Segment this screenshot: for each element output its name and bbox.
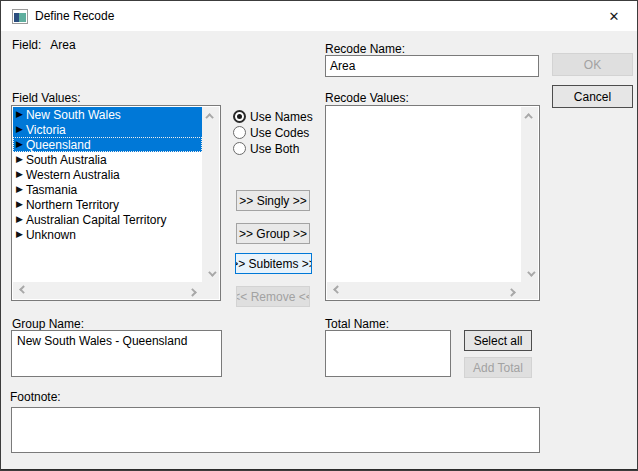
item-arrow-icon: ▶ bbox=[16, 107, 23, 122]
select-all-button[interactable]: Select all bbox=[464, 330, 532, 351]
item-arrow-icon: ▶ bbox=[16, 137, 23, 152]
list-item[interactable]: ▶Victoria bbox=[13, 122, 202, 137]
display-options-group: Use NamesUse CodesUse Both bbox=[233, 110, 313, 155]
recode-values-list bbox=[327, 107, 521, 282]
scroll-right-icon[interactable] bbox=[185, 282, 202, 299]
vertical-scrollbar[interactable] bbox=[202, 107, 219, 282]
item-arrow-icon: ▶ bbox=[16, 197, 23, 212]
list-item-label: Northern Territory bbox=[26, 198, 119, 212]
field-row: Field:Area bbox=[12, 38, 76, 52]
list-item-label: Australian Capital Territory bbox=[26, 213, 167, 227]
list-item-label: Tasmania bbox=[26, 183, 77, 197]
radio-label: Use Names bbox=[250, 110, 313, 124]
field-value: Area bbox=[50, 38, 75, 52]
item-arrow-icon: ▶ bbox=[16, 182, 23, 197]
list-item-label: New South Wales bbox=[26, 108, 121, 122]
titlebar[interactable]: Define Recode ✕ bbox=[1, 1, 637, 31]
radio-use-codes[interactable]: Use Codes bbox=[233, 126, 313, 139]
ok-button[interactable]: OK bbox=[552, 53, 633, 76]
list-item[interactable]: ▶New South Wales bbox=[13, 107, 202, 122]
radio-icon bbox=[233, 110, 246, 123]
group-name-input[interactable]: New South Wales - Queensland bbox=[11, 330, 222, 377]
scroll-right-icon[interactable] bbox=[504, 282, 521, 299]
list-item[interactable]: ▶Western Australia bbox=[13, 167, 202, 182]
radio-icon bbox=[233, 142, 246, 155]
field-values-list: ▶New South Wales▶Victoria▶Queensland▶Sou… bbox=[13, 107, 202, 282]
field-values-label: Field Values: bbox=[12, 91, 80, 105]
horizontal-scrollbar[interactable] bbox=[13, 282, 202, 299]
list-item[interactable]: ▶Australian Capital Territory bbox=[13, 212, 202, 227]
recode-name-input[interactable]: Area bbox=[325, 55, 539, 77]
horizontal-scrollbar[interactable] bbox=[327, 282, 521, 299]
list-item-label: Western Australia bbox=[26, 168, 120, 182]
list-item[interactable]: ▶Unknown bbox=[13, 227, 202, 242]
radio-label: Use Both bbox=[250, 142, 299, 156]
subitems-button[interactable]: >> Subitems >> bbox=[235, 253, 312, 274]
list-item-label: Queensland bbox=[26, 138, 91, 152]
scrollbar-corner bbox=[202, 282, 219, 299]
radio-label: Use Codes bbox=[250, 126, 309, 140]
radio-icon bbox=[233, 126, 246, 139]
total-name-input[interactable] bbox=[325, 330, 451, 377]
cancel-button[interactable]: Cancel bbox=[552, 85, 633, 108]
footnote-label: Footnote: bbox=[10, 390, 61, 404]
app-icon bbox=[12, 9, 28, 24]
total-name-label: Total Name: bbox=[325, 317, 389, 331]
scroll-down-icon[interactable] bbox=[202, 265, 219, 282]
window-title: Define Recode bbox=[35, 1, 114, 31]
group-name-label: Group Name: bbox=[12, 317, 84, 331]
define-recode-dialog: Define Recode ✕ Field:Area Recode Name: … bbox=[0, 0, 638, 471]
vertical-scrollbar[interactable] bbox=[521, 107, 538, 282]
scroll-down-icon[interactable] bbox=[521, 265, 538, 282]
list-item[interactable]: ▶Tasmania bbox=[13, 182, 202, 197]
add-total-button[interactable]: Add Total bbox=[464, 357, 532, 378]
field-values-listbox[interactable]: ▶New South Wales▶Victoria▶Queensland▶Sou… bbox=[11, 105, 221, 301]
group-button[interactable]: >> Group >> bbox=[236, 223, 310, 244]
item-arrow-icon: ▶ bbox=[16, 152, 23, 167]
list-item-label: South Australia bbox=[26, 153, 107, 167]
radio-use-both[interactable]: Use Both bbox=[233, 142, 313, 155]
scroll-left-icon[interactable] bbox=[327, 282, 344, 299]
list-item[interactable]: ▶Northern Territory bbox=[13, 197, 202, 212]
list-item-label: Unknown bbox=[26, 228, 76, 242]
field-label: Field: bbox=[12, 38, 41, 52]
scroll-up-icon[interactable] bbox=[202, 107, 219, 124]
recode-values-listbox[interactable] bbox=[325, 105, 540, 301]
close-icon: ✕ bbox=[609, 9, 620, 24]
list-item-label: Victoria bbox=[26, 123, 66, 137]
scroll-up-icon[interactable] bbox=[521, 107, 538, 124]
item-arrow-icon: ▶ bbox=[16, 122, 23, 137]
singly-button[interactable]: >> Singly >> bbox=[236, 190, 310, 211]
footnote-input[interactable] bbox=[11, 407, 540, 453]
scrollbar-corner bbox=[521, 282, 538, 299]
item-arrow-icon: ▶ bbox=[16, 212, 23, 227]
item-arrow-icon: ▶ bbox=[16, 227, 23, 242]
recode-name-label: Recode Name: bbox=[325, 42, 405, 56]
item-arrow-icon: ▶ bbox=[16, 167, 23, 182]
list-item[interactable]: ▶South Australia bbox=[13, 152, 202, 167]
close-button[interactable]: ✕ bbox=[592, 1, 636, 31]
scroll-left-icon[interactable] bbox=[13, 282, 30, 299]
remove-button[interactable]: << Remove << bbox=[236, 286, 310, 307]
radio-use-names[interactable]: Use Names bbox=[233, 110, 313, 123]
list-item[interactable]: ▶Queensland bbox=[13, 137, 202, 152]
recode-values-label: Recode Values: bbox=[325, 91, 409, 105]
